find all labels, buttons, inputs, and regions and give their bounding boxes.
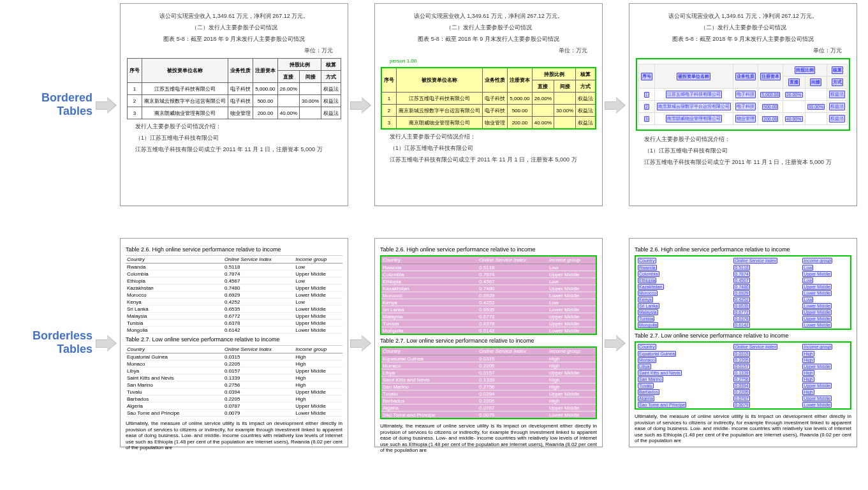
table-caption: Table 2.7. Low online service performanc… bbox=[126, 336, 342, 343]
arrow-icon bbox=[96, 97, 118, 113]
text: 图表 5-8：截至 2018 年 9 月末发行人主要参股公司情况 bbox=[380, 35, 597, 43]
bordered-table: 序号被投资单位名称业务性质注册资本持股比例核算 直接间接方式 1江苏五维电子科技… bbox=[127, 58, 341, 119]
borderless-table: CountryOnline Service IndexIncome groupE… bbox=[126, 345, 342, 417]
table-outline: 序号被投资单位名称业务性质注册资本持股比例核算 直接间接方式 1江苏五维电子科技… bbox=[636, 58, 851, 131]
table-caption: Table 2.6. High online service performan… bbox=[635, 246, 851, 253]
text: （二）发行人主要参股子公司情况 bbox=[380, 24, 597, 32]
text: 该公司实现营业收入 1,349.61 万元，净利润 267.12 万元。 bbox=[126, 12, 342, 20]
bordered-panel-cells: 该公司实现营业收入 1,349.61 万元，净利润 267.12 万元。 （二）… bbox=[629, 3, 857, 206]
text: 图表 5-8：截至 2018 年 9 月末发行人主要参股公司情况 bbox=[126, 35, 342, 43]
text: 发行人主要参股子公司情况介绍： bbox=[135, 122, 342, 131]
bordered-label: Bordered Tables bbox=[6, 91, 96, 118]
text: 单位：万元 bbox=[380, 47, 587, 55]
bordered-panel-original: 该公司实现营业收入 1,349.61 万元，净利润 267.12 万元。 （二）… bbox=[120, 3, 348, 206]
borderless-table: CountryOnline Service IndexIncome groupE… bbox=[380, 346, 597, 419]
arrow-icon bbox=[605, 335, 627, 351]
borderless-panel-segmented: Table 2.6. High online service performan… bbox=[374, 238, 603, 447]
paragraph: Ultimately, the measure of online servic… bbox=[126, 420, 342, 451]
table-outline: CountryOnline Service IndexIncome groupR… bbox=[635, 255, 851, 330]
borderless-table: CountryOnline Service IndexIncome groupR… bbox=[380, 255, 597, 335]
table-caption: Table 2.6. High online service performan… bbox=[380, 246, 597, 253]
text: 江苏五维电子科技有限公司成立于 2011 年 11 月 1 日，注册资本 5,0… bbox=[644, 158, 851, 167]
borderless-label: Borderless Tables bbox=[6, 329, 96, 356]
bordered-table: 序号被投资单位名称业务性质注册资本持股比例核算 直接间接方式 1江苏五维电子科技… bbox=[638, 64, 848, 125]
text: 单位：万元 bbox=[126, 47, 333, 55]
text: 图表 5-8：截至 2018 年 9 月末发行人主要参股公司情况 bbox=[635, 35, 851, 43]
paragraph: Ultimately, the measure of online servic… bbox=[635, 413, 851, 444]
arrow-icon bbox=[605, 97, 627, 113]
text: 该公司实现营业收入 1,349.61 万元，净利润 267.12 万元。 bbox=[635, 12, 851, 20]
arrow-icon bbox=[96, 335, 118, 351]
text: 发行人主要参股子公司情况介绍： bbox=[644, 135, 851, 144]
text: 江苏五维电子科技有限公司成立于 2011 年 11 月 1 日，注册资本 5,0… bbox=[135, 145, 342, 154]
text: （二）发行人主要参股子公司情况 bbox=[635, 24, 851, 32]
borderless-panel-original: Table 2.6. High online service performan… bbox=[120, 238, 348, 447]
text: （1）江苏五维电子科技有限公司 bbox=[644, 147, 851, 155]
paragraph: Ultimately, the measure of online servic… bbox=[380, 423, 597, 454]
segmentation-label: person 1.00 bbox=[390, 58, 597, 64]
text: （1）江苏五维电子科技有限公司 bbox=[390, 144, 597, 152]
table-caption: Table 2.7. Low online service performanc… bbox=[380, 338, 597, 344]
text: 发行人主要参股子公司情况介绍： bbox=[390, 133, 597, 141]
table-caption: Table 2.7. Low online service performanc… bbox=[635, 332, 851, 339]
borderless-table: CountryOnline Service IndexIncome groupR… bbox=[126, 255, 342, 334]
bordered-row: Bordered Tables 该公司实现营业收入 1,349.61 万元，净利… bbox=[0, 0, 868, 209]
arrow-icon bbox=[350, 97, 372, 113]
table-outline: CountryOnline Service IndexIncome groupE… bbox=[635, 341, 851, 410]
table-caption: Table 2.6. High online service performan… bbox=[126, 246, 342, 253]
arrow-icon bbox=[350, 335, 372, 351]
text: （二）发行人主要参股子公司情况 bbox=[126, 24, 342, 32]
bordered-table: 序号被投资单位名称业务性质注册资本持股比例核算 直接间接方式 1江苏五维电子科技… bbox=[381, 67, 596, 130]
borderless-panel-cells: Table 2.6. High online service performan… bbox=[629, 238, 857, 447]
text: （1）江苏五维电子科技有限公司 bbox=[135, 134, 342, 142]
bordered-panel-segmented: 该公司实现营业收入 1,349.61 万元，净利润 267.12 万元。 （二）… bbox=[374, 3, 603, 206]
text: 江苏五维电子科技有限公司成立于 2011 年 11 月 1 日，注册资本 5,0… bbox=[390, 156, 597, 164]
borderless-row: Borderless Tables Table 2.6. High online… bbox=[0, 235, 868, 450]
text: 该公司实现营业收入 1,349.61 万元，净利润 267.12 万元。 bbox=[380, 12, 597, 20]
text: 单位：万元 bbox=[635, 47, 842, 55]
